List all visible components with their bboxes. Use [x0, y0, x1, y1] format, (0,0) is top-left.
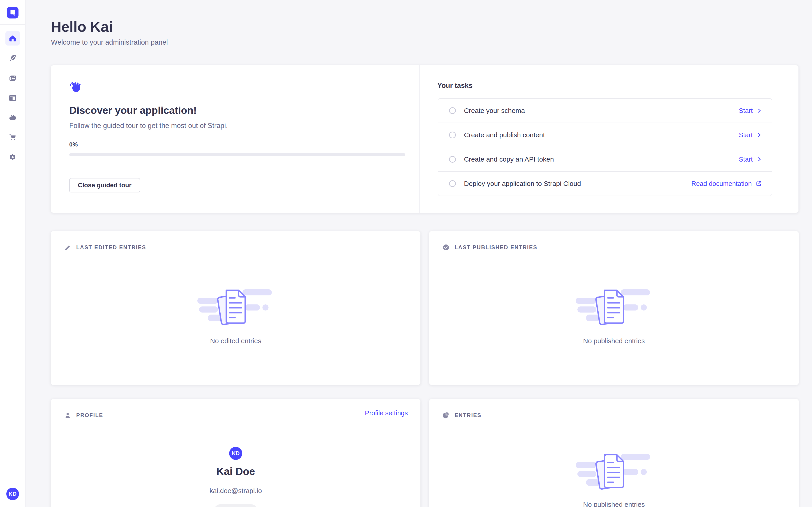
task-row-create-schema: Create your schema Start [438, 99, 772, 123]
tasks-title: Your tasks [437, 81, 472, 90]
entries-card: ENTRIES No published entries [429, 399, 799, 507]
chevron-right-icon [756, 108, 762, 114]
task-start-link[interactable]: Start [739, 131, 762, 139]
card-header-label: PROFILE [76, 412, 103, 418]
sidebar-item-media-library[interactable] [5, 71, 20, 86]
task-label: Create and publish content [464, 131, 545, 139]
empty-state-caption: No published entries [429, 501, 799, 507]
gear-icon [8, 153, 17, 162]
empty-documents-illustration [576, 287, 652, 328]
media-library-icon [8, 74, 17, 82]
card-header-label: LAST EDITED ENTRIES [76, 244, 146, 250]
profile-email: kai.doe@strapi.io [51, 487, 420, 495]
home-icon [8, 34, 17, 43]
user-avatar[interactable]: KD [6, 488, 19, 500]
task-action-label: Start [739, 107, 753, 114]
empty-state-caption: No edited entries [51, 337, 420, 345]
tasks-list: Create your schema Start Create and publ… [438, 98, 772, 196]
sidebar-item-cloud[interactable] [5, 110, 20, 125]
check-circle-icon [442, 243, 450, 251]
task-start-link[interactable]: Start [739, 107, 762, 114]
last-published-entries-card: LAST PUBLISHED ENTRIES No published entr… [429, 231, 799, 385]
progress-label: 0% [69, 141, 78, 148]
task-action-label: Read documentation [691, 180, 752, 187]
task-status-circle [449, 131, 456, 138]
task-row-publish-content: Create and publish content Start [438, 123, 772, 147]
guided-tour-card: Discover your application! Follow the gu… [51, 65, 799, 213]
card-header: ENTRIES [442, 410, 481, 420]
empty-documents-illustration [197, 287, 274, 328]
chevron-right-icon [756, 156, 762, 162]
sidebar-item-content-type-builder[interactable] [5, 91, 20, 105]
cloud-icon [8, 113, 17, 122]
sidebar: KD [0, 0, 26, 507]
task-label: Create your schema [464, 107, 525, 114]
task-status-circle [449, 180, 456, 187]
last-edited-entries-card: LAST EDITED ENTRIES No edited entries [51, 231, 420, 385]
layout-icon [8, 94, 17, 102]
empty-documents-illustration [576, 452, 652, 492]
sidebar-item-marketplace[interactable] [5, 130, 20, 144]
discover-subtitle: Follow the guided tour to get the most o… [69, 122, 228, 130]
task-status-circle [449, 156, 456, 163]
task-label: Deploy your application to Strapi Cloud [464, 180, 581, 187]
chevron-right-icon [756, 132, 762, 138]
task-start-link[interactable]: Start [739, 156, 762, 163]
sidebar-item-settings[interactable] [5, 150, 20, 165]
profile-role-badge [214, 504, 257, 507]
empty-state-caption: No published entries [429, 337, 799, 345]
card-header-label: ENTRIES [455, 412, 481, 418]
strapi-logo[interactable] [7, 7, 18, 18]
person-icon [64, 411, 72, 419]
task-status-circle [449, 107, 456, 114]
page-title: Hello Kai [51, 18, 113, 36]
tasks-section: Your tasks Create your schema Start Crea… [419, 65, 799, 213]
discover-title: Discover your application! [69, 105, 197, 116]
task-row-api-token: Create and copy an API token Start [438, 147, 772, 172]
task-action-label: Start [739, 131, 753, 139]
task-read-documentation-link[interactable]: Read documentation [691, 180, 762, 187]
cart-icon [8, 133, 17, 141]
close-guided-tour-button[interactable]: Close guided tour [69, 178, 140, 192]
sidebar-item-content-manager[interactable] [5, 51, 20, 65]
task-action-label: Start [739, 156, 753, 163]
profile-settings-link[interactable]: Profile settings [365, 409, 408, 417]
task-label: Create and copy an API token [464, 156, 554, 163]
chart-pie-icon [442, 411, 450, 419]
card-header: LAST PUBLISHED ENTRIES [442, 242, 537, 252]
waving-hand-icon [69, 81, 83, 95]
discover-section: Discover your application! Follow the gu… [51, 65, 419, 213]
sidebar-item-home[interactable] [5, 31, 20, 46]
external-link-icon [755, 180, 762, 187]
profile-avatar: KD [229, 447, 242, 460]
task-row-deploy-cloud: Deploy your application to Strapi Cloud … [438, 172, 772, 195]
profile-name: Kai Doe [51, 465, 420, 477]
card-header: PROFILE [64, 410, 103, 420]
pencil-icon [64, 243, 72, 251]
card-header: LAST EDITED ENTRIES [64, 242, 146, 252]
feather-icon [8, 54, 17, 62]
profile-card: PROFILE Profile settings KD Kai Doe kai.… [51, 399, 420, 507]
strapi-logo-icon [7, 7, 18, 18]
progress-bar [69, 153, 405, 156]
card-header-label: LAST PUBLISHED ENTRIES [455, 244, 537, 250]
page-subtitle: Welcome to your administration panel [51, 38, 168, 46]
